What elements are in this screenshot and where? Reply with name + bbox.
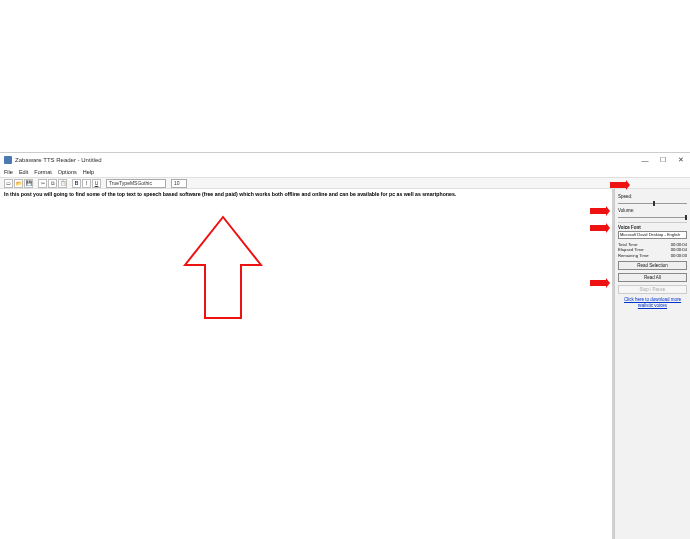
menu-format[interactable]: Format bbox=[34, 169, 51, 175]
toolbar-copy-icon[interactable]: ⧉ bbox=[48, 179, 57, 188]
read-all-button[interactable]: Read All bbox=[618, 273, 687, 282]
maximize-button[interactable]: ☐ bbox=[658, 155, 668, 165]
read-selection-button[interactable]: Read Selection bbox=[618, 261, 687, 270]
app-icon bbox=[4, 156, 12, 164]
toolbar-italic-icon[interactable]: I bbox=[82, 179, 91, 188]
speed-slider-thumb[interactable] bbox=[653, 201, 655, 206]
speed-label: Speed: bbox=[618, 194, 687, 199]
minimize-button[interactable]: — bbox=[640, 155, 650, 165]
document-text-area[interactable]: In this post you will going to find some… bbox=[0, 189, 614, 539]
menubar: File Edit Format Options Help bbox=[0, 167, 690, 177]
toolbar: ▭ 📂 💾 ✂ ⧉ 📋 B I U TrueTypeMSGothic 10 bbox=[0, 177, 690, 189]
document-content: In this post you will going to find some… bbox=[4, 191, 456, 197]
menu-file[interactable]: File bbox=[4, 169, 13, 175]
speed-slider[interactable] bbox=[618, 200, 687, 206]
toolbar-paste-icon[interactable]: 📋 bbox=[58, 179, 67, 188]
volume-slider[interactable] bbox=[618, 214, 687, 220]
toolbar-bold-icon[interactable]: B bbox=[72, 179, 81, 188]
toolbar-open-icon[interactable]: 📂 bbox=[14, 179, 23, 188]
menu-help[interactable]: Help bbox=[83, 169, 94, 175]
window-title: Zabaware TTS Reader - Untitled bbox=[15, 157, 640, 163]
font-family-select[interactable]: TrueTypeMSGothic bbox=[106, 179, 166, 188]
download-voices-link[interactable]: Click here to download more realistic vo… bbox=[618, 297, 687, 308]
toolbar-save-icon[interactable]: 💾 bbox=[24, 179, 33, 188]
divider bbox=[618, 222, 687, 223]
remaining-time-value: 00:00:00 bbox=[671, 253, 687, 258]
volume-label: Volume: bbox=[618, 208, 687, 213]
toolbar-cut-icon[interactable]: ✂ bbox=[38, 179, 47, 188]
font-size-select[interactable]: 10 bbox=[171, 179, 187, 188]
close-button[interactable]: ✕ bbox=[676, 155, 686, 165]
voice-section-label: Voice Font bbox=[618, 225, 687, 230]
remaining-time-label: Remaining Time: bbox=[618, 253, 649, 258]
side-panel: Speed: Volume: Voice Font Microsoft Davi… bbox=[614, 189, 690, 539]
menu-options[interactable]: Options bbox=[58, 169, 77, 175]
volume-slider-thumb[interactable] bbox=[685, 215, 687, 220]
stop-pause-button[interactable]: Stop / Pause bbox=[618, 285, 687, 294]
menu-edit[interactable]: Edit bbox=[19, 169, 28, 175]
toolbar-new-icon[interactable]: ▭ bbox=[4, 179, 13, 188]
toolbar-underline-icon[interactable]: U bbox=[92, 179, 101, 188]
voice-select[interactable]: Microsoft David Desktop - English bbox=[618, 231, 687, 239]
